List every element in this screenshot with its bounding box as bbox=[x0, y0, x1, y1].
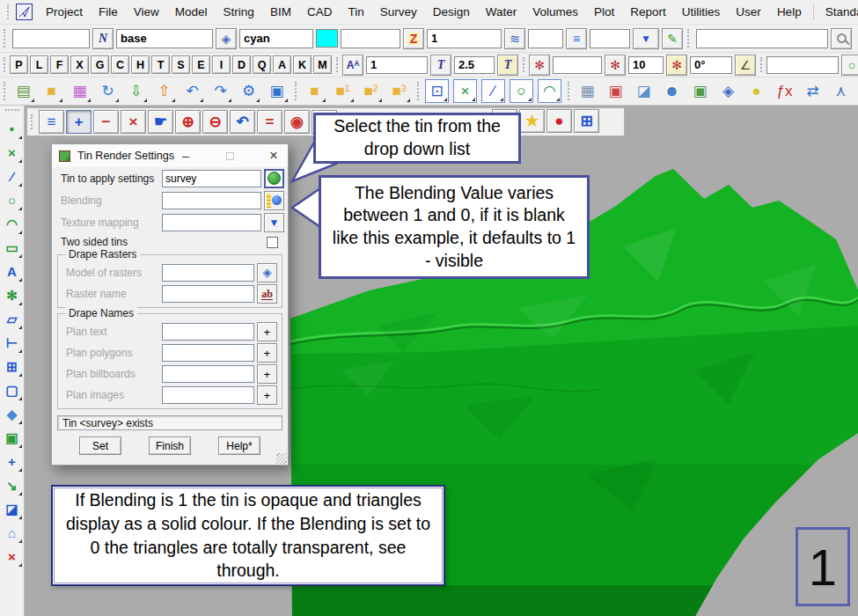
maximize-button[interactable] bbox=[219, 144, 240, 167]
snap-letter-button[interactable]: A bbox=[273, 55, 291, 74]
grid-icon[interactable]: ⊞ bbox=[1, 355, 23, 378]
menu-item[interactable]: String bbox=[216, 3, 262, 21]
pan-hand-icon[interactable]: ☛ bbox=[148, 110, 173, 134]
fence-icon[interactable]: ▢ bbox=[1, 378, 23, 401]
toolbar-grip[interactable] bbox=[295, 82, 297, 100]
model-of-rasters-field[interactable] bbox=[162, 264, 254, 282]
thickness-field[interactable] bbox=[590, 29, 630, 48]
menu-item[interactable]: Tin bbox=[340, 3, 371, 21]
menu-item[interactable]: Utilities bbox=[674, 3, 729, 21]
toolbar-grip[interactable] bbox=[760, 57, 762, 72]
previous-view-icon[interactable]: ↶ bbox=[230, 110, 255, 134]
search-button[interactable] bbox=[831, 28, 852, 49]
undo-icon[interactable]: ↶ bbox=[180, 79, 204, 103]
pan-arrows-icon[interactable]: × bbox=[121, 110, 146, 134]
node-edit-icon[interactable]: × bbox=[1, 141, 23, 164]
snap-letter-button[interactable]: F bbox=[50, 55, 69, 74]
calendar-20-icon[interactable]: ▣ bbox=[604, 79, 627, 103]
toolbar-grip[interactable] bbox=[31, 114, 35, 129]
line-icon[interactable]: ∕ bbox=[1, 165, 23, 187]
tin-circle-button[interactable]: ○ bbox=[841, 55, 858, 76]
add-button[interactable]: + bbox=[257, 322, 277, 341]
plan-view[interactable]: ≡+−×☛⊕⊖↶=◉♥ ⚙★●⊞ Tin Render Settings – ×… bbox=[25, 106, 858, 616]
menu-item[interactable]: CAD bbox=[299, 3, 341, 21]
model-picker-button[interactable]: ◈ bbox=[216, 28, 237, 49]
basket-icon[interactable]: ● bbox=[744, 79, 768, 103]
name-picker-button[interactable]: N bbox=[92, 28, 114, 49]
help-button[interactable]: Help* bbox=[218, 436, 260, 455]
blending-select-button[interactable] bbox=[264, 191, 284, 210]
move-icon[interactable]: + bbox=[1, 450, 23, 473]
polygon-icon[interactable]: ○ bbox=[1, 188, 23, 211]
plan-images-field[interactable] bbox=[162, 386, 254, 404]
rotate-icon[interactable]: ✻ bbox=[1, 283, 23, 306]
delete-icon[interactable]: × bbox=[1, 545, 23, 568]
toolbar-grip[interactable] bbox=[4, 57, 5, 72]
zoom-in-icon[interactable]: ⊕ bbox=[175, 110, 201, 134]
tin-field[interactable] bbox=[162, 170, 261, 187]
add-button[interactable]: + bbox=[257, 385, 277, 405]
settings-gear-icon[interactable]: ⚙ bbox=[237, 79, 260, 103]
image-insert-icon[interactable]: ▣ bbox=[1, 426, 23, 449]
add-button[interactable]: + bbox=[257, 343, 277, 363]
text-icon[interactable]: A bbox=[1, 260, 23, 282]
angle-button[interactable]: ∠ bbox=[735, 55, 756, 76]
user-icon[interactable]: ☻ bbox=[660, 79, 684, 103]
two-sided-checkbox[interactable] bbox=[267, 237, 278, 248]
z-field[interactable] bbox=[427, 29, 502, 48]
folder-2-icon[interactable]: ■² bbox=[359, 79, 383, 103]
folder-search-icon[interactable]: ■ bbox=[303, 79, 326, 103]
view-menu-icon[interactable]: ≡ bbox=[39, 110, 64, 134]
z-value-button[interactable]: Z bbox=[403, 28, 424, 49]
menu-item[interactable]: Plot bbox=[586, 3, 622, 21]
folder-1-icon[interactable]: ■¹ bbox=[331, 79, 355, 103]
menubar-grip[interactable] bbox=[7, 4, 9, 19]
circle-tool-icon[interactable]: ○ bbox=[510, 79, 533, 103]
textheight-button[interactable]: T bbox=[497, 55, 518, 76]
colour-field[interactable] bbox=[239, 29, 313, 48]
tag-icon[interactable]: ◪ bbox=[632, 79, 656, 103]
strings-toggle-icon[interactable]: = bbox=[257, 110, 282, 134]
name-field[interactable] bbox=[12, 29, 90, 48]
toolbar-grip[interactable] bbox=[687, 29, 692, 48]
colour-swatch[interactable] bbox=[316, 29, 338, 48]
toolbar-grip[interactable] bbox=[336, 57, 338, 72]
angle-field[interactable] bbox=[690, 56, 732, 74]
rectangle-icon[interactable]: ▭ bbox=[1, 236, 23, 259]
open-project-icon[interactable]: ■ bbox=[40, 79, 63, 103]
zoom-out-icon[interactable]: ⊖ bbox=[202, 110, 228, 134]
menu-item[interactable]: Volumes bbox=[524, 3, 586, 21]
close-button[interactable]: × bbox=[263, 144, 284, 167]
toolbar-grip[interactable] bbox=[4, 29, 8, 48]
snap-letter-button[interactable]: H bbox=[131, 55, 150, 74]
edit-pen-button[interactable]: ✎ bbox=[662, 28, 683, 49]
snap-letter-button[interactable]: G bbox=[91, 55, 109, 74]
menu-item[interactable]: Report bbox=[622, 3, 674, 21]
map-pin-icon[interactable]: ● bbox=[546, 109, 572, 133]
raster-name-field[interactable] bbox=[162, 285, 254, 303]
textsize-field[interactable] bbox=[366, 56, 428, 74]
symbol-size-field[interactable] bbox=[628, 56, 664, 74]
snap-letter-button[interactable]: M bbox=[313, 55, 332, 74]
snap-letter-button[interactable]: S bbox=[172, 55, 190, 74]
plan-polygons-field[interactable] bbox=[162, 344, 254, 362]
menu-item[interactable]: Water bbox=[478, 3, 525, 21]
menu-item[interactable]: Model bbox=[167, 3, 216, 21]
model-select-button[interactable]: ◈ bbox=[257, 263, 277, 282]
symbol2-button[interactable]: ✻ bbox=[605, 55, 626, 76]
textsize-button[interactable]: Aᴬ bbox=[342, 55, 363, 76]
symbol-field[interactable] bbox=[553, 56, 602, 74]
offset-icon[interactable]: ▱ bbox=[1, 307, 23, 330]
weighting-field[interactable] bbox=[528, 29, 563, 48]
menu-item[interactable]: Help bbox=[769, 3, 810, 21]
menu-item[interactable]: Design bbox=[425, 3, 478, 21]
snap-letter-button[interactable]: T bbox=[151, 55, 170, 74]
new-project-icon[interactable]: ▤ bbox=[11, 79, 35, 103]
snap-letter-button[interactable]: C bbox=[111, 55, 129, 74]
menu-item[interactable]: BIM bbox=[262, 3, 299, 21]
layout-grid-icon[interactable]: ⊞ bbox=[574, 109, 599, 133]
symbol-button[interactable]: ✻ bbox=[529, 55, 550, 76]
shrink-icon[interactable]: − bbox=[93, 110, 119, 134]
blending-field[interactable] bbox=[162, 192, 261, 209]
finish-button[interactable]: Finish bbox=[149, 436, 191, 455]
